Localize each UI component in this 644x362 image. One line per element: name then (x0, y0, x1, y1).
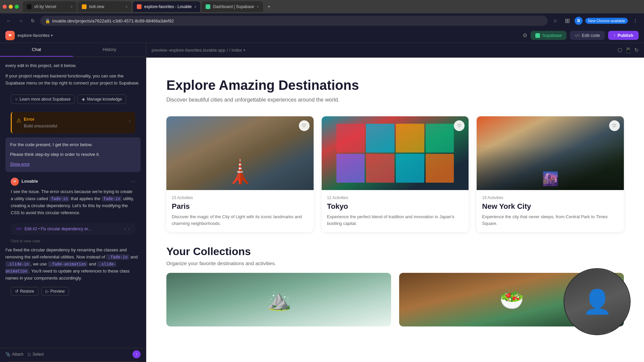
edit-badge[interactable]: </> Edit #2 • Fix circular dependency er… (11, 223, 135, 235)
ai-avatar: ❤ (11, 178, 19, 186)
manage-knowledge-btn[interactable]: ◈ Manage knowledge (77, 95, 126, 104)
browser-titlebar: v0 by Vercel × bolt.new × explore-favori… (0, 0, 644, 13)
paris-name: Paris (172, 202, 308, 211)
paris-card-body: 15 Activities Paris Discover the magic o… (166, 190, 314, 232)
project-name-area[interactable]: explore-favorites ▾ (17, 33, 53, 38)
nyc-building-icon: 🌆 (542, 171, 559, 187)
ai-header: ❤ Lovable ··· (11, 177, 135, 186)
paris-tower-icon: 🗼 (225, 158, 255, 185)
tab-lovable[interactable]: explore-favorites - Lovable × (133, 1, 200, 12)
settings-icon[interactable]: ⚙ (523, 32, 527, 39)
attach-icon: 📎 (5, 352, 10, 357)
nyc-card-body: 18 Activities New York City Experience t… (477, 190, 624, 232)
tab-close-bolt[interactable]: × (125, 5, 127, 9)
tab-chat[interactable]: Chat (0, 43, 73, 57)
edit-badge-arrow: › (124, 226, 126, 232)
nyc-name: New York City (482, 202, 619, 211)
preview-bar-right: ⬡ 📱 ↻ (618, 47, 639, 53)
ai-message: ❤ Lovable ··· I see the issue. The error… (5, 176, 141, 221)
ai-text: I see the issue. The error occurs becaus… (11, 188, 135, 216)
tab-close-v0[interactable]: × (70, 5, 72, 9)
edit-code-button[interactable]: </> Edit code (570, 31, 605, 40)
dest-card-tokyo[interactable]: ♡ 12 Activities Tokyo Experience the per… (322, 116, 469, 232)
attach-btn[interactable]: 📎 Attach (5, 352, 23, 357)
tab-favicon-lovable (137, 4, 142, 9)
tab-v0[interactable]: v0 by Vercel × (23, 1, 76, 12)
restore-btn[interactable]: ↺ Restore (11, 287, 39, 296)
ai-more-btn[interactable]: ··· (131, 177, 135, 186)
bookmark-icon[interactable]: ☆ (550, 16, 560, 25)
nav-right: ☆ ⊞ B New Chrome available ⋮ (550, 16, 640, 25)
publish-button[interactable]: ↑ Publish (608, 31, 639, 40)
tab-label-bolt: bolt.new (89, 4, 123, 9)
app-logo-icon: ❤ (5, 31, 15, 40)
collections-subtitle: Organize your favorite destinations and … (146, 260, 644, 273)
reload-btn[interactable]: ↻ (28, 16, 38, 25)
webcam-person-icon: 👤 (583, 288, 612, 315)
context-text-2: If your project requires backend functio… (5, 73, 141, 87)
edit-badge-end-arrow: › (128, 226, 130, 232)
destinations-grid: 🗼 ♡ 15 Activities Paris Discover the mag… (146, 116, 644, 245)
paris-fav-btn[interactable]: ♡ (299, 120, 310, 131)
external-link-icon[interactable]: ⬡ (618, 47, 622, 53)
nyc-activities: 18 Activities (482, 195, 619, 200)
preview-btn[interactable]: ▷ Preview (41, 287, 69, 296)
error-banner[interactable]: ⚠ Error Build unsuccessful › (11, 112, 135, 133)
sidebar-tab-bar: Chat History (0, 43, 146, 57)
hero-title: Explore Amazing Destinations (166, 78, 624, 93)
error-text: Error Build unsuccessful (24, 116, 57, 129)
error-icon: ⚠ (16, 116, 21, 125)
mobile-preview-icon[interactable]: 📱 (625, 47, 632, 53)
tab-close-lovable[interactable]: × (194, 5, 196, 9)
supabase-icon (535, 33, 540, 38)
nyc-image: 🌆 ♡ (477, 116, 624, 190)
address-bar[interactable]: 🔒 lovable.dev/projects/a7622a91-c3d0-457… (40, 16, 548, 26)
paris-image: 🗼 ♡ (166, 116, 314, 190)
tokyo-grid (336, 124, 454, 183)
new-tab-btn[interactable]: + (264, 2, 274, 11)
forward-btn[interactable]: → (16, 16, 25, 25)
edit-badge-icon: </> (16, 226, 22, 232)
back-btn[interactable]: ← (4, 16, 13, 25)
refresh-preview-icon[interactable]: ↻ (634, 47, 639, 53)
sidebar-footer: 📎 Attach ◻ Select ↑ (0, 348, 146, 362)
tab-supabase[interactable]: Dashboard | Supabase × (202, 1, 263, 12)
click-to-view-text[interactable]: Click to view code (5, 238, 141, 247)
tab-label-supabase: Dashboard | Supabase (213, 4, 254, 9)
preview-url-sep: / (227, 48, 228, 53)
tab-history[interactable]: History (73, 43, 146, 57)
window-minimize-btn[interactable] (9, 5, 13, 9)
extensions-icon[interactable]: ⊞ (562, 16, 572, 25)
preview-url-path: / index (229, 48, 242, 53)
select-btn[interactable]: ◻ Select (28, 352, 44, 357)
tab-bolt[interactable]: bolt.new × (78, 1, 131, 12)
ai-msg-2: that applies the (69, 196, 101, 201)
paris-desc: Discover the magic of the City of Light … (172, 214, 308, 227)
dest-card-nyc[interactable]: 🌆 ♡ 18 Activities New York City Experien… (477, 116, 624, 232)
browser-frame: v0 by Vercel × bolt.new × explore-favori… (0, 0, 644, 28)
new-chrome-badge[interactable]: New Chrome available (585, 18, 628, 24)
tokyo-image: ♡ (322, 116, 469, 190)
tab-favicon-bolt (82, 4, 87, 9)
project-dropdown-icon: ▾ (51, 34, 53, 37)
learn-supabase-btn[interactable]: ○ Learn more about Supabase (11, 95, 75, 104)
dest-card-paris[interactable]: 🗼 ♡ 15 Activities Paris Discover the mag… (166, 116, 314, 232)
ai-fixed-text: I've fixed the circular dependency by re… (5, 247, 141, 286)
webcam-bg: 👤 (565, 269, 630, 334)
profile-icon[interactable]: B (575, 17, 583, 25)
menu-icon[interactable]: ⋮ (631, 16, 640, 25)
coll-card-mountains[interactable]: ⛰️ (166, 273, 391, 326)
tab-label-v0: v0 by Vercel (34, 4, 68, 9)
window-close-btn[interactable] (3, 5, 7, 9)
nyc-fav-btn[interactable]: ♡ (609, 120, 620, 131)
send-btn[interactable]: ↑ (132, 350, 141, 358)
supabase-button[interactable]: Supabase (531, 31, 567, 40)
collections-title: Your Collections (146, 245, 644, 260)
preview-url-chevron: ▾ (244, 48, 245, 52)
show-error-link[interactable]: Show error (10, 162, 30, 167)
window-maximize-btn[interactable] (15, 5, 19, 9)
preview-url-text: preview--explore-favorites.lovable.app (152, 48, 225, 53)
tab-close-supabase[interactable]: × (257, 5, 259, 9)
restore-icon: ↺ (15, 289, 18, 294)
edit-code-btn-label: Edit code (582, 33, 600, 38)
